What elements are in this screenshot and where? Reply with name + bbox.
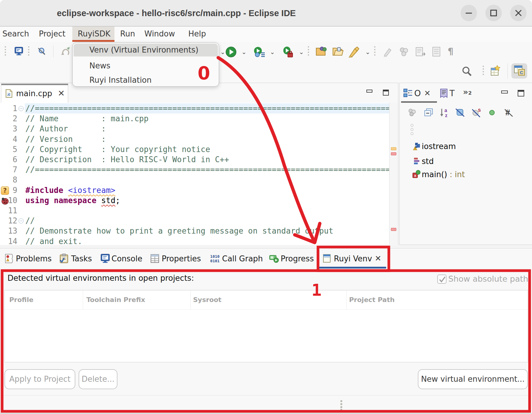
menu-window[interactable]: Window xyxy=(144,27,175,42)
tab-ruyi-venv[interactable]: Ruyi Venv xyxy=(334,254,372,264)
column-project-path[interactable]: Project Path xyxy=(349,290,395,309)
menu-item-ruyi-installation[interactable]: Ruyi Installation xyxy=(89,74,152,87)
line-number: 11 xyxy=(0,206,17,216)
fold-marker-line1[interactable] xyxy=(19,106,24,111)
status-handle[interactable] xyxy=(340,409,342,411)
link-with-editor-icon[interactable] xyxy=(408,108,417,118)
editor-tab-main-cpp[interactable]: .c main.cpp ✕ xyxy=(1,85,68,103)
close-button[interactable] xyxy=(510,5,527,21)
restart-icon[interactable] xyxy=(61,46,71,58)
last-edit-disabled-icon[interactable] xyxy=(431,46,442,58)
status-handle[interactable] xyxy=(340,406,342,408)
outline-panel: O ✕ T »₂ az s # xyxy=(399,83,532,245)
run-chevron-icon[interactable]: ⌄ xyxy=(241,48,247,56)
outline-maximize-icon[interactable] xyxy=(518,90,524,96)
minimize-button[interactable] xyxy=(461,5,477,21)
header-row-border xyxy=(5,309,528,310)
svg-text:z: z xyxy=(445,113,447,118)
menu-item-venv[interactable]: Venv (Virtual Environments) xyxy=(89,44,198,56)
delete-button[interactable]: Delete... xyxy=(79,369,117,389)
column-toolchain-prefix[interactable]: Toolchain Prefix xyxy=(86,290,145,309)
code-line: // and exit. xyxy=(25,237,82,245)
collapse-all-icon[interactable] xyxy=(424,108,433,118)
editor-tab-close-icon[interactable]: ✕ xyxy=(55,85,67,103)
cpp-perspective-button[interactable]: C xyxy=(511,63,527,79)
column-separator[interactable] xyxy=(83,290,83,309)
horizontal-sash[interactable] xyxy=(0,245,532,248)
menu-help[interactable]: Help xyxy=(188,27,206,42)
code-line: // Copyright : Your copyright notice xyxy=(25,145,210,154)
open-type-icon[interactable] xyxy=(315,46,327,59)
column-separator[interactable] xyxy=(346,290,347,309)
tab-properties[interactable]: Properties xyxy=(162,254,201,264)
outline-handle-dot xyxy=(411,132,413,135)
sort-icon[interactable]: az xyxy=(440,108,449,119)
line-number: 13 xyxy=(0,226,17,236)
menu-run[interactable]: Run xyxy=(120,27,135,42)
menu-project[interactable]: Project xyxy=(39,27,65,42)
debug-chevron-icon[interactable]: ⌄ xyxy=(270,48,275,56)
profile-chevron-icon[interactable]: ⌄ xyxy=(299,48,304,56)
highlight-chevron-icon[interactable]: ⌄ xyxy=(365,48,370,56)
launch-chevron-icon[interactable]: ⌄ xyxy=(220,48,225,56)
column-separator[interactable] xyxy=(190,290,191,309)
tab-progress[interactable]: Progress xyxy=(281,254,314,264)
error-marker[interactable] xyxy=(391,152,396,155)
view-overflow-chevron[interactable]: »₂ xyxy=(463,87,472,96)
team-disabled-icon[interactable] xyxy=(398,46,409,58)
outline-tab[interactable]: O xyxy=(414,88,421,98)
show-absolute-path-checkbox[interactable] xyxy=(437,275,447,284)
warning-marker[interactable] xyxy=(391,147,396,150)
mark-occurrences-icon[interactable] xyxy=(36,46,47,58)
menu-item-news[interactable]: News xyxy=(89,59,110,72)
outline-tab-close-icon[interactable]: ✕ xyxy=(423,88,432,98)
outline-item-main[interactable]: main() : int xyxy=(422,170,465,179)
new-virtual-environment-button[interactable]: New virtual environment... xyxy=(418,369,528,389)
tab-console[interactable]: Console xyxy=(111,254,142,264)
overview-ruler[interactable] xyxy=(389,103,398,245)
status-handle[interactable] xyxy=(340,403,342,405)
search-icon[interactable] xyxy=(461,66,473,78)
tab-call-graph[interactable]: Call Graph xyxy=(222,254,263,264)
show-absolute-path-label: Show absolute path xyxy=(448,273,528,285)
edit-disabled-icon[interactable] xyxy=(382,46,393,58)
error-marker-2[interactable] xyxy=(391,228,396,231)
column-profile[interactable]: Profile xyxy=(9,290,33,309)
menu-search[interactable]: Search xyxy=(2,27,29,42)
filter-green-icon[interactable] xyxy=(489,110,495,117)
svg-text:.c: .c xyxy=(7,92,10,96)
tab-tasks[interactable]: Tasks xyxy=(71,254,92,264)
debug-icon[interactable] xyxy=(253,46,265,59)
highlighter-icon[interactable] xyxy=(348,46,360,59)
outline-item-iostream[interactable]: iostream xyxy=(422,142,456,151)
run-icon[interactable] xyxy=(225,46,237,59)
apply-to-project-button[interactable]: Apply to Project xyxy=(4,369,75,389)
hide-static-icon[interactable]: s xyxy=(471,108,481,119)
hide-fields-icon[interactable] xyxy=(455,108,465,119)
column-sysroot[interactable]: Sysroot xyxy=(193,290,221,309)
menu-ruyisdk[interactable]: RuyiSDK xyxy=(78,27,111,42)
maximize-button[interactable] xyxy=(485,5,502,21)
open-resource-icon[interactable] xyxy=(332,46,344,59)
ruyi-venv-tab-close-icon[interactable]: ✕ xyxy=(373,254,383,264)
unresolved-inclusion-icon[interactable]: ? xyxy=(1,186,9,195)
profile-icon[interactable] xyxy=(282,46,294,59)
editor-maximize-icon[interactable] xyxy=(383,90,389,96)
code-editor[interactable]: 1 2 3 4 5 6 7 8 9 10 11 12 13 14 ? //===… xyxy=(0,103,389,245)
fold-marker-line12[interactable] xyxy=(19,218,24,223)
open-perspective-icon[interactable] xyxy=(490,65,502,78)
outline-minimize-icon[interactable] xyxy=(501,91,508,93)
outline-item-std[interactable]: std xyxy=(422,157,434,166)
bug-icon[interactable] xyxy=(0,197,9,207)
hide-non-public-icon[interactable]: # xyxy=(504,108,514,119)
next-annotation-disabled-icon[interactable] xyxy=(415,46,426,58)
line-number: 12 xyxy=(0,216,17,226)
venv-table[interactable]: Profile Toolchain Prefix Sysroot Project… xyxy=(4,290,528,362)
new-console-icon[interactable] xyxy=(14,46,24,58)
task-list-tab[interactable]: T xyxy=(450,88,455,98)
tab-problems[interactable]: Problems xyxy=(16,254,52,264)
editor-minimize-icon[interactable] xyxy=(366,90,372,93)
show-whitespace-icon[interactable]: ¶ xyxy=(448,46,453,56)
status-handle[interactable] xyxy=(340,400,342,402)
task-list-tab-icon[interactable] xyxy=(440,88,448,99)
